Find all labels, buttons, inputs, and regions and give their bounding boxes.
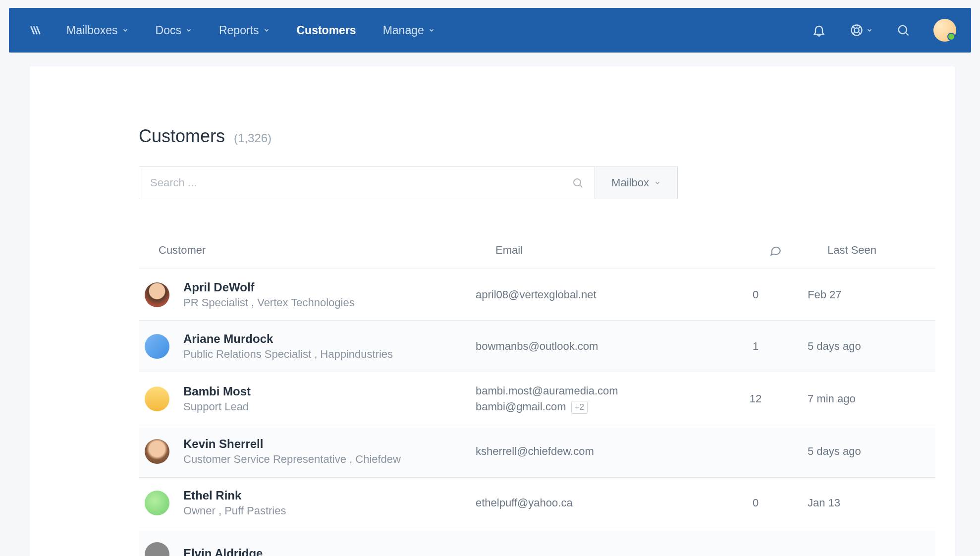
conversations-count: 12	[723, 392, 788, 405]
customer-email: bowmanbs@outlook.com	[476, 338, 723, 354]
customer-cell: Ariane MurdockPublic Relations Specialis…	[139, 332, 476, 361]
nav-item-label: Reports	[219, 24, 259, 37]
customer-subtitle: PR Specialist , Vertex Technologies	[183, 296, 355, 309]
customer-cell: Bambi MostSupport Lead	[139, 385, 476, 413]
customer-name: Ethel Rink	[183, 489, 286, 502]
extra-emails-badge[interactable]: +2	[571, 401, 588, 414]
logo-icon	[29, 23, 43, 37]
nav-item-label: Mailboxes	[66, 24, 118, 37]
customer-email: ksherrell@chiefdew.com	[476, 444, 723, 459]
nav-item-mailboxes[interactable]: Mailboxes	[66, 24, 129, 37]
nav-item-label: Customers	[297, 24, 356, 37]
nav-item-label: Manage	[383, 24, 424, 37]
search-icon	[572, 177, 584, 189]
svg-point-2	[899, 26, 907, 34]
column-email[interactable]: Email	[495, 244, 743, 257]
search-bar: Mailbox	[30, 167, 955, 199]
topbar-right	[812, 19, 956, 42]
nav-item-customers[interactable]: Customers	[297, 24, 356, 37]
customer-name: Kevin Sherrell	[183, 437, 401, 451]
table-header: Customer Email Last Seen	[30, 244, 955, 269]
customer-name: Ariane Murdock	[183, 332, 393, 346]
customer-cell: Kevin SherrellCustomer Service Represent…	[139, 437, 476, 466]
search-input-wrapper[interactable]	[139, 167, 595, 199]
customer-name: Bambi Most	[183, 385, 251, 398]
conversations-count: 1	[723, 340, 788, 353]
svg-point-3	[574, 179, 581, 186]
nav-item-manage[interactable]: Manage	[383, 24, 435, 37]
customer-subtitle: Owner , Puff Pastries	[183, 504, 286, 517]
customer-avatar	[145, 491, 169, 515]
customer-email: ethelpuff@yahoo.ca	[476, 495, 723, 511]
user-avatar[interactable]	[933, 19, 956, 42]
email-cell: ksherrell@chiefdew.com	[476, 444, 723, 459]
search-input[interactable]	[150, 176, 572, 189]
nav-item-label: Docs	[156, 24, 181, 37]
customer-text: Elvin Aldridge	[183, 547, 263, 556]
conversations-count: 0	[723, 288, 788, 301]
main-card: Customers (1,326) Mailbox Customer Email…	[30, 66, 955, 556]
nav-item-reports[interactable]: Reports	[219, 24, 270, 37]
conversations-count: 0	[723, 497, 788, 509]
table-row[interactable]: Ariane MurdockPublic Relations Specialis…	[139, 321, 935, 372]
customer-name: Elvin Aldridge	[183, 547, 263, 556]
nav-item-docs[interactable]: Docs	[156, 24, 192, 37]
notifications-button[interactable]	[812, 23, 826, 38]
chevron-down-icon	[122, 27, 129, 34]
page-heading: Customers (1,326)	[30, 126, 955, 167]
customer-avatar	[145, 334, 169, 359]
last-seen: 5 days ago	[788, 340, 935, 353]
email-cell: ethelpuff@yahoo.ca	[476, 495, 723, 511]
customer-avatar	[145, 439, 169, 464]
column-conversations[interactable]	[743, 244, 808, 257]
chat-icon	[769, 244, 782, 257]
chevron-down-icon	[185, 27, 192, 34]
app-logo[interactable]	[29, 23, 43, 37]
customer-subtitle: Customer Service Representative , Chiefd…	[183, 453, 401, 466]
page-title: Customers	[139, 126, 225, 147]
customer-subtitle: Public Relations Specialist , Happindust…	[183, 348, 393, 361]
email-cell: bowmanbs@outlook.com	[476, 338, 723, 354]
help-menu[interactable]	[849, 23, 873, 38]
customer-cell: Elvin Aldridge	[139, 542, 476, 556]
table-row[interactable]: Elvin Aldridge	[139, 529, 935, 556]
nav-items: MailboxesDocsReportsCustomersManage	[66, 24, 435, 37]
customer-avatar	[145, 387, 169, 411]
table-row[interactable]: Kevin SherrellCustomer Service Represent…	[139, 426, 935, 478]
mailbox-filter-label: Mailbox	[611, 176, 649, 189]
bell-icon	[812, 23, 826, 37]
customer-cell: April DeWolfPR Specialist , Vertex Techn…	[139, 280, 476, 309]
customer-text: Ethel RinkOwner , Puff Pastries	[183, 489, 286, 517]
search-button[interactable]	[896, 23, 911, 38]
chevron-down-icon	[263, 27, 270, 34]
customer-text: April DeWolfPR Specialist , Vertex Techn…	[183, 280, 355, 309]
column-last-seen[interactable]: Last Seen	[808, 244, 935, 257]
svg-point-1	[854, 28, 859, 32]
customer-text: Ariane MurdockPublic Relations Specialis…	[183, 332, 393, 361]
table-row[interactable]: Bambi MostSupport Leadbambi.most@auramed…	[139, 372, 935, 426]
chevron-down-icon	[654, 179, 661, 186]
last-seen: 7 min ago	[788, 392, 935, 405]
lifebuoy-icon	[850, 23, 864, 37]
customer-avatar	[145, 282, 169, 307]
last-seen: Feb 27	[788, 288, 935, 301]
chevron-down-icon	[428, 27, 435, 34]
customer-count: (1,326)	[234, 131, 272, 145]
chevron-down-icon	[866, 27, 873, 34]
customer-rows: April DeWolfPR Specialist , Vertex Techn…	[139, 269, 935, 556]
mailbox-filter[interactable]: Mailbox	[595, 167, 678, 199]
search-icon	[896, 23, 910, 37]
customer-subtitle: Support Lead	[183, 400, 251, 413]
customer-email: bambi.most@auramedia.com	[476, 383, 723, 399]
customer-email: bambi@gmail.com+2	[476, 399, 723, 415]
email-cell: bambi.most@auramedia.combambi@gmail.com+…	[476, 383, 723, 415]
table-row[interactable]: April DeWolfPR Specialist , Vertex Techn…	[139, 269, 935, 321]
column-customer[interactable]: Customer	[159, 244, 495, 257]
customer-text: Kevin SherrellCustomer Service Represent…	[183, 437, 401, 466]
customer-cell: Ethel RinkOwner , Puff Pastries	[139, 489, 476, 517]
customer-name: April DeWolf	[183, 280, 355, 294]
last-seen: 5 days ago	[788, 445, 935, 458]
customer-text: Bambi MostSupport Lead	[183, 385, 251, 413]
table-row[interactable]: Ethel RinkOwner , Puff Pastriesethelpuff…	[139, 478, 935, 529]
top-nav: MailboxesDocsReportsCustomersManage	[9, 8, 971, 53]
